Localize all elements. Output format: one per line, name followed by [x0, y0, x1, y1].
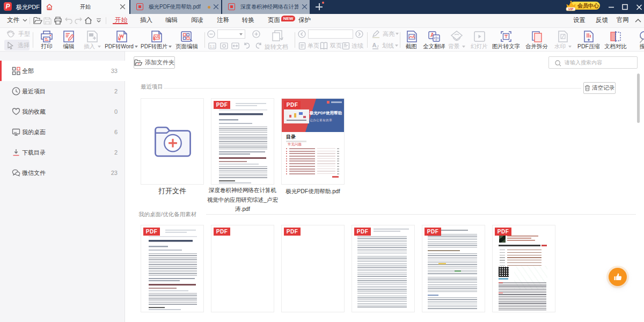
svg-text:中: 中: [434, 36, 439, 41]
svg-text:1:1: 1:1: [210, 45, 215, 48]
svg-text:VIP: VIP: [568, 8, 574, 11]
svg-text:A: A: [372, 42, 377, 48]
